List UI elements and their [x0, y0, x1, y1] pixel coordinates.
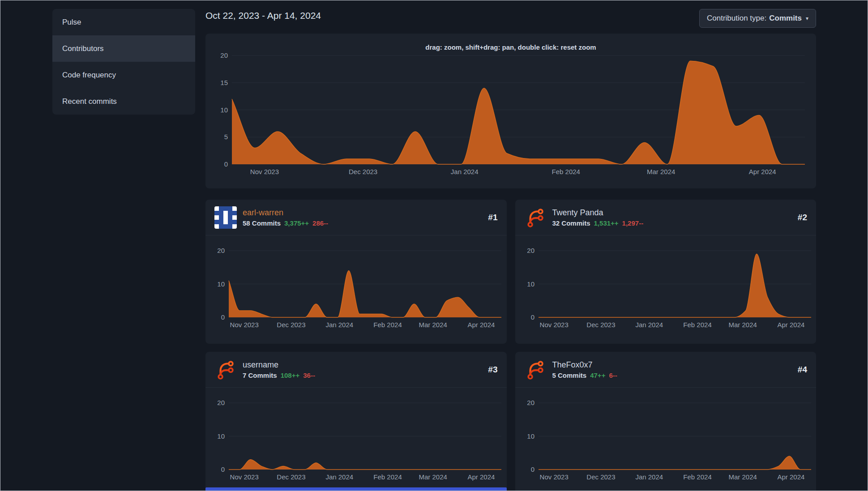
commit-count: 5 Commits — [552, 371, 587, 379]
additions-count: 47++ — [590, 371, 605, 379]
svg-text:0: 0 — [221, 313, 225, 321]
svg-text:20: 20 — [220, 51, 228, 59]
chevron-down-icon: ▾ — [806, 15, 808, 21]
contributor-rank: #2 — [798, 213, 807, 222]
contributor-stats: 7 Commits 108++ 36-- — [243, 371, 482, 379]
svg-text:Dec 2023: Dec 2023 — [586, 321, 615, 329]
svg-text:10: 10 — [217, 432, 225, 440]
svg-text:Apr 2024: Apr 2024 — [749, 168, 776, 175]
svg-text:Jan 2024: Jan 2024 — [635, 473, 663, 481]
svg-text:10: 10 — [220, 106, 228, 114]
contributor-rank: #4 — [798, 365, 807, 375]
svg-text:Feb 2024: Feb 2024 — [373, 473, 402, 481]
deletions-count: 6-- — [609, 371, 617, 379]
svg-text:Nov 2023: Nov 2023 — [230, 321, 259, 329]
svg-text:20: 20 — [217, 247, 225, 254]
contributor-meta: earl-warren 58 Commits 3,375++ 286-- — [243, 208, 482, 227]
contributor-card-header: TheFox0x7 5 Commits 47++ 6-- #4 — [515, 352, 817, 388]
contributor-name-link[interactable]: earl-warren — [243, 208, 482, 218]
contributor-card-header: earl-warren 58 Commits 3,375++ 286-- #1 — [205, 200, 507, 235]
deletions-count: 36-- — [303, 371, 315, 379]
svg-text:Nov 2023: Nov 2023 — [250, 168, 279, 175]
contributor-card-1: earl-warren 58 Commits 3,375++ 286-- #1 … — [205, 200, 507, 344]
svg-text:Nov 2023: Nov 2023 — [539, 473, 568, 481]
svg-text:Dec 2023: Dec 2023 — [349, 168, 377, 175]
svg-text:10: 10 — [217, 280, 225, 288]
svg-text:Jan 2024: Jan 2024 — [635, 321, 663, 329]
svg-text:Mar 2024: Mar 2024 — [419, 473, 447, 481]
contributor-rank: #3 — [488, 365, 497, 375]
sidebar-item-recent-commits[interactable]: Recent commits — [52, 88, 195, 115]
overall-contributions-card: drag: zoom, shift+drag: pan, double clic… — [205, 34, 816, 188]
svg-text:Dec 2023: Dec 2023 — [277, 321, 305, 329]
svg-text:Jan 2024: Jan 2024 — [325, 473, 353, 481]
sidebar-item-code-frequency[interactable]: Code frequency — [52, 62, 195, 88]
sidebar-item-pulse[interactable]: Pulse — [52, 9, 195, 35]
svg-text:Apr 2024: Apr 2024 — [777, 321, 804, 329]
sidebar-item-label: Pulse — [62, 18, 81, 27]
svg-text:0: 0 — [224, 160, 228, 168]
contributor-card-header: Twenty Panda 32 Commits 1,531++ 1,297-- … — [515, 200, 817, 235]
partially-visible-bottom-bar — [205, 487, 507, 491]
contributor-avatar[interactable] — [524, 206, 547, 229]
contributor-name-link[interactable]: Twenty Panda — [552, 208, 792, 218]
svg-text:Jan 2024: Jan 2024 — [451, 168, 479, 175]
additions-count: 3,375++ — [284, 219, 309, 227]
svg-text:Feb 2024: Feb 2024 — [552, 168, 580, 175]
contribution-type-dropdown[interactable]: Contribution type: Commits ▾ — [699, 9, 816, 28]
sidebar-item-label: Code frequency — [62, 71, 116, 80]
svg-text:Dec 2023: Dec 2023 — [586, 473, 615, 481]
svg-text:Nov 2023: Nov 2023 — [230, 473, 259, 481]
svg-text:15: 15 — [220, 79, 228, 86]
contributor-stats: 32 Commits 1,531++ 1,297-- — [552, 219, 792, 227]
svg-text:Feb 2024: Feb 2024 — [373, 321, 402, 329]
date-range-heading: Oct 22, 2023 - Apr 14, 2024 — [205, 10, 321, 21]
svg-text:0: 0 — [530, 313, 534, 321]
svg-text:0: 0 — [530, 465, 534, 473]
svg-text:Apr 2024: Apr 2024 — [777, 473, 804, 481]
contributor-card-header: username 7 Commits 108++ 36-- #3 — [205, 352, 507, 388]
deletions-count: 1,297-- — [622, 219, 644, 227]
contributor-name-link[interactable]: username — [243, 360, 482, 370]
contributor-rank: #1 — [488, 213, 497, 222]
svg-text:10: 10 — [527, 432, 534, 440]
svg-text:Feb 2024: Feb 2024 — [683, 473, 711, 481]
contribution-type-label: Contribution type: — [707, 14, 766, 23]
contributor-avatar[interactable] — [214, 206, 237, 229]
contributor-cards-grid: earl-warren 58 Commits 3,375++ 286-- #1 … — [205, 200, 816, 491]
svg-text:Feb 2024: Feb 2024 — [683, 321, 711, 329]
additions-count: 108++ — [281, 371, 300, 379]
commit-count: 58 Commits — [243, 219, 281, 227]
contributor-avatar[interactable] — [214, 359, 237, 381]
contributor-card-3: username 7 Commits 108++ 36-- #3 01020No… — [205, 352, 507, 491]
svg-text:Mar 2024: Mar 2024 — [728, 473, 757, 481]
svg-text:20: 20 — [217, 399, 225, 406]
contributor-meta: username 7 Commits 108++ 36-- — [243, 360, 482, 379]
svg-text:Apr 2024: Apr 2024 — [467, 473, 495, 481]
svg-text:5: 5 — [224, 133, 228, 141]
commit-count: 32 Commits — [552, 219, 590, 227]
sidebar-item-label: Recent commits — [62, 97, 117, 106]
overall-contributions-chart[interactable]: 05101520Nov 2023Dec 2023Jan 2024Feb 2024… — [205, 34, 816, 188]
contributor-stats: 58 Commits 3,375++ 286-- — [243, 219, 482, 227]
main-content: Oct 22, 2023 - Apr 14, 2024 Contribution… — [205, 9, 816, 491]
chart-controls-hint: drag: zoom, shift+drag: pan, double clic… — [205, 43, 816, 51]
svg-text:0: 0 — [221, 465, 225, 473]
commit-count: 7 Commits — [243, 371, 277, 379]
contributor-stats: 5 Commits 47++ 6-- — [552, 371, 792, 379]
contributor-name-link[interactable]: TheFox0x7 — [552, 360, 792, 370]
svg-text:20: 20 — [527, 247, 534, 254]
contributor-card-2: Twenty Panda 32 Commits 1,531++ 1,297-- … — [515, 200, 817, 344]
svg-text:Mar 2024: Mar 2024 — [647, 168, 675, 175]
svg-text:Mar 2024: Mar 2024 — [728, 321, 757, 329]
sidebar-item-contributors[interactable]: Contributors — [52, 35, 195, 62]
topbar: Oct 22, 2023 - Apr 14, 2024 Contribution… — [205, 9, 816, 34]
sidebar-item-label: Contributors — [62, 44, 104, 53]
svg-text:Nov 2023: Nov 2023 — [539, 321, 568, 329]
contributor-meta: TheFox0x7 5 Commits 47++ 6-- — [552, 360, 792, 379]
additions-count: 1,531++ — [594, 219, 619, 227]
contribution-type-value: Commits — [769, 14, 802, 23]
svg-text:10: 10 — [527, 280, 534, 288]
contributor-avatar[interactable] — [524, 359, 547, 381]
svg-text:Mar 2024: Mar 2024 — [419, 321, 447, 329]
